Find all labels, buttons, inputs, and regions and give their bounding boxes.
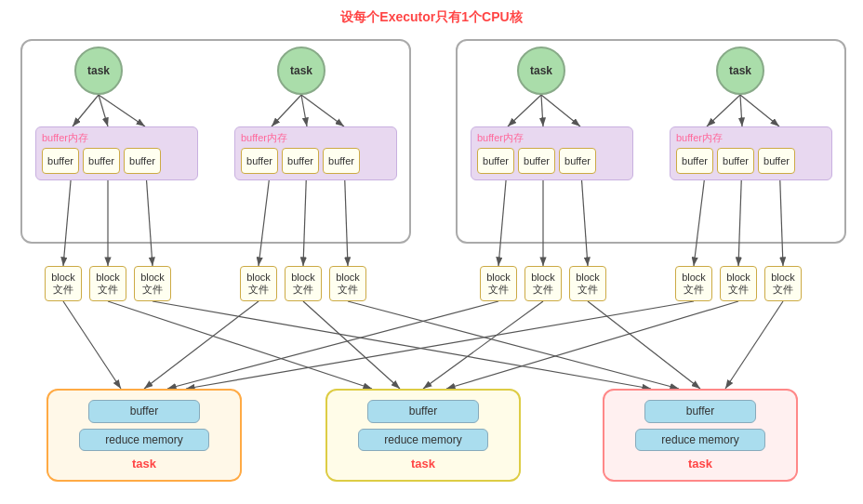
svg-line-32 [446, 301, 738, 389]
buf8: buffer [518, 148, 555, 174]
reduce-memory-1: reduce memory [79, 429, 209, 452]
svg-line-36 [725, 301, 783, 389]
svg-line-29 [108, 301, 372, 389]
buf2: buffer [83, 148, 120, 174]
task4-circle: task [716, 46, 764, 95]
buffer-mem-box-4: buffer内存 buffer buffer buffer [670, 126, 832, 180]
reduce-task-3: buffer reduce memory task [603, 389, 798, 482]
reduce-task-1: buffer reduce memory task [46, 389, 242, 482]
svg-line-28 [186, 301, 694, 389]
buf3: buffer [124, 148, 161, 174]
task1-circle: task [74, 46, 123, 95]
buf10: buffer [676, 148, 713, 174]
block1: block文件 [45, 266, 82, 301]
block10: block文件 [675, 266, 712, 301]
svg-line-25 [63, 301, 121, 389]
page-title: 设每个Executor只有1个CPU核 [9, 9, 854, 26]
block5: block文件 [285, 266, 322, 301]
reduce-memory-3: reduce memory [635, 429, 765, 452]
svg-line-35 [588, 301, 700, 389]
buf12: buffer [758, 148, 795, 174]
buf1: buffer [42, 148, 79, 174]
block11: block文件 [720, 266, 757, 301]
svg-line-27 [167, 301, 498, 389]
buffer-mem-box-2: buffer内存 buffer buffer buffer [234, 126, 397, 180]
block8: block文件 [524, 266, 562, 301]
svg-line-26 [144, 301, 259, 389]
buf6: buffer [323, 148, 360, 174]
reduce-buffer-1: buffer [88, 400, 200, 423]
reduce-label-1: task [132, 457, 156, 471]
reduce-memory-2: reduce memory [358, 429, 488, 452]
reduce-label-2: task [411, 457, 435, 471]
svg-line-33 [153, 301, 651, 389]
buf9: buffer [559, 148, 596, 174]
svg-line-30 [303, 301, 400, 389]
buf4: buffer [241, 148, 278, 174]
block2: block文件 [89, 266, 126, 301]
svg-line-31 [423, 301, 543, 389]
buf5: buffer [282, 148, 319, 174]
buffer-mem-box-1: buffer内存 buffer buffer buffer [35, 126, 198, 180]
diagram-container: 设每个Executor只有1个CPU核 task task task task … [0, 0, 863, 504]
reduce-label-3: task [688, 457, 712, 471]
block12: block文件 [764, 266, 802, 301]
reduce-buffer-2: buffer [367, 400, 479, 423]
buffer-mem-box-3: buffer内存 buffer buffer buffer [471, 126, 633, 180]
svg-line-34 [348, 301, 679, 389]
block3: block文件 [134, 266, 171, 301]
block6: block文件 [329, 266, 366, 301]
block7: block文件 [480, 266, 517, 301]
buf7: buffer [477, 148, 514, 174]
block9: block文件 [569, 266, 606, 301]
buf11: buffer [717, 148, 754, 174]
reduce-buffer-3: buffer [644, 400, 756, 423]
block4: block文件 [240, 266, 277, 301]
task3-circle: task [517, 46, 565, 95]
task2-circle: task [277, 46, 325, 95]
reduce-task-2: buffer reduce memory task [325, 389, 521, 482]
